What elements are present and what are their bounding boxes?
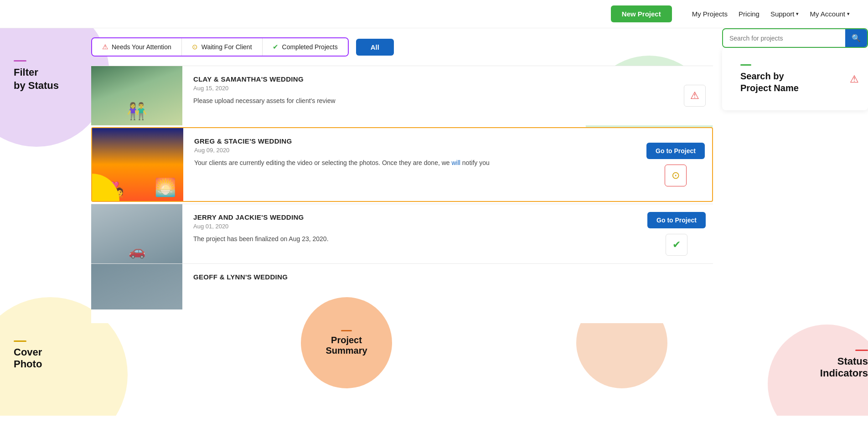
nav-my-account[interactable]: My Account ▾ xyxy=(810,10,850,18)
project-info: GEOFF & LYNN'S WEDDING xyxy=(182,264,713,323)
project-actions: ⚠ xyxy=(677,66,713,125)
status-indicators-dash xyxy=(855,350,868,351)
filter-needs-attention[interactable]: ⚠ Needs Your Attention xyxy=(92,38,182,56)
status-indicators-label: Status Indicators xyxy=(811,340,868,388)
content-area: ⚠ Needs Your Attention ⊙ Waiting For Cli… xyxy=(82,28,868,416)
project-list: 👫 CLAY & SAMANTHA'S WEDDING Aug 15, 2020… xyxy=(91,66,713,323)
project-title: CLAY & SAMANTHA'S WEDDING xyxy=(193,75,666,83)
status-icon-waiting: ⊙ xyxy=(665,165,687,186)
project-title: GEOFF & LYNN'S WEDDING xyxy=(193,273,702,281)
main-container: Filter by Status Cover Photo ⚠ Needs You… xyxy=(0,28,868,416)
status-icon-attention: ⚠ xyxy=(684,85,706,107)
filter-by-status-label: Filter by Status xyxy=(5,51,68,101)
project-card: 👫 CLAY & SAMANTHA'S WEDDING Aug 15, 2020… xyxy=(91,66,713,125)
search-label-dash xyxy=(740,64,751,66)
filter-all-button[interactable]: All xyxy=(356,39,394,56)
project-actions: Go to Project ✔ xyxy=(640,204,713,263)
search-box: 🔍 xyxy=(722,28,868,48)
go-to-project-button[interactable]: Go to Project xyxy=(646,143,705,159)
filter-label-title: Filter by Status xyxy=(14,66,59,92)
project-date: Aug 01, 2020 xyxy=(193,223,629,230)
new-project-button[interactable]: New Project xyxy=(611,5,672,22)
navbar: New Project My Projects Pricing Support … xyxy=(0,0,868,28)
search-by-label: Search by Project Name xyxy=(731,57,808,101)
project-actions: Go to Project ⊙ xyxy=(639,128,712,201)
cover-photo-dash xyxy=(14,340,26,342)
completed-icon: ✔ xyxy=(273,43,279,51)
project-summary-overlay: Project Summary xyxy=(301,297,392,388)
attention-icon: ⚠ xyxy=(102,43,108,51)
waiting-icon: ⊙ xyxy=(192,43,198,51)
project-description: Your clients are currently editing the v… xyxy=(194,158,628,168)
project-description: Please upload necessary assets for clien… xyxy=(193,96,666,106)
status-icon-completed: ✔ xyxy=(666,234,687,256)
filter-completed[interactable]: ✔ Completed Projects xyxy=(263,38,348,56)
project-date: Aug 15, 2020 xyxy=(193,85,666,92)
search-by-name-box: Search by Project Name ⚠ xyxy=(722,48,868,110)
project-title: JERRY AND JACKIE'S WEDDING xyxy=(193,213,629,221)
filter-group: ⚠ Needs Your Attention ⊙ Waiting For Cli… xyxy=(91,37,349,57)
project-card-highlighted: 🌅 💑 GREG & STACIE'S WEDDING Aug 09, 2020… xyxy=(91,127,713,202)
search-button[interactable]: 🔍 xyxy=(845,29,867,47)
project-card: GEOFF & LYNN'S WEDDING xyxy=(91,263,713,323)
project-thumb xyxy=(91,264,182,323)
project-info: CLAY & SAMANTHA'S WEDDING Aug 15, 2020 P… xyxy=(182,66,677,125)
project-title: GREG & STACIE'S WEDDING xyxy=(194,137,628,145)
project-card: 🚗 JERRY AND JACKIE'S WEDDING Aug 01, 202… xyxy=(91,204,713,263)
filter-waiting-client[interactable]: ⊙ Waiting For Client xyxy=(182,38,263,56)
nav-pricing[interactable]: Pricing xyxy=(739,10,760,18)
cover-photo-label: Cover Photo xyxy=(5,331,51,379)
search-icon: 🔍 xyxy=(852,34,861,42)
support-chevron-icon: ▾ xyxy=(796,11,799,17)
project-info: GREG & STACIE'S WEDDING Aug 09, 2020 You… xyxy=(183,128,639,201)
cover-photo-title: Cover Photo xyxy=(14,346,42,370)
project-description: The project has been finalized on Aug 23… xyxy=(193,234,629,244)
go-to-project-button[interactable]: Go to Project xyxy=(647,212,706,228)
search-label-title: Search by Project Name xyxy=(740,70,799,94)
project-thumb: 🌅 💑 xyxy=(92,128,183,201)
nav-support[interactable]: Support ▾ xyxy=(770,10,799,18)
account-chevron-icon: ▾ xyxy=(847,11,850,17)
project-info: JERRY AND JACKIE'S WEDDING Aug 01, 2020 … xyxy=(182,204,640,263)
project-summary-dash xyxy=(341,330,352,331)
nav-my-projects[interactable]: My Projects xyxy=(692,10,728,18)
filter-label-dash xyxy=(14,60,26,62)
status-indicators-title: Status Indicators xyxy=(820,356,868,379)
search-input[interactable] xyxy=(723,30,845,46)
right-panel: 🔍 Search by Project Name ⚠ xyxy=(722,28,868,110)
search-alert-icon: ⚠ xyxy=(850,73,859,85)
project-thumb: 🚗 xyxy=(91,204,182,263)
project-date: Aug 09, 2020 xyxy=(194,147,628,154)
project-summary-title: Project Summary xyxy=(326,335,367,356)
project-thumb: 👫 xyxy=(91,66,182,125)
